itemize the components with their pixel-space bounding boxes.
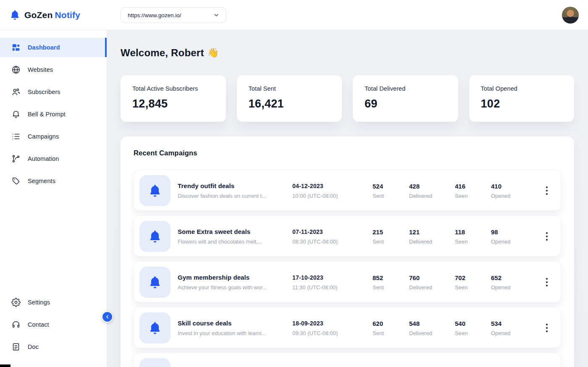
stat-label: Total Delivered [365,85,450,92]
campaign-row[interactable]: Trendy outfit deals Discover fashion dea… [134,170,561,211]
campaign-description: Invest in your education with learni... [178,330,292,336]
sidebar-item-label: Dashboard [28,44,60,51]
page-title: Welcome, Robert 👋 [121,47,574,59]
selected-website-url: https://www.gozen.io/ [128,12,181,18]
campaign-stat-opened: 98 Opened [491,228,542,245]
stat-label: Total Sent [249,85,334,92]
campaign-row[interactable]: Skill course deals Invest in your educat… [134,307,561,348]
list-icon [11,132,21,141]
bell-logo-icon [9,9,21,21]
sidebar-item-label: Contact [28,321,49,328]
app-logo: GoZenNotify [0,9,107,21]
stat-card: Total Active Subscribers 12,845 [121,75,226,122]
top-header: GoZenNotify https://www.gozen.io/ [0,0,588,30]
campaign-time: 10:00 (UTC-08:00) [292,193,373,199]
campaign-date: 18-09-2023 [292,320,373,327]
brand-name-primary: GoZen [24,10,53,20]
row-menu-kebab-icon[interactable] [543,184,550,197]
campaign-row[interactable]: Gym membership deals Achieve your fitnes… [134,261,561,302]
campaign-date: 07-11-2023 [292,228,373,235]
website-url-selector[interactable]: https://www.gozen.io/ [121,7,226,23]
campaign-description: Flowers wilt and chocolates melt,... [178,239,292,245]
campaign-stat-opened: 652 Opened [491,274,542,291]
stat-value: 16,421 [249,97,334,110]
campaign-title: Skill course deals [178,320,292,327]
sidebar: Dashboard Websites Subscribers Bell & Pr… [0,30,107,367]
campaign-stat-delivered: 121 Delivered [409,228,455,245]
sidebar-item-websites[interactable]: Websites [0,60,107,79]
sidebar-item-dashboard[interactable]: Dashboard [0,38,107,57]
campaign-row[interactable]: Some Extra sweet deals Flowers wilt and … [134,215,561,257]
campaign-stat-sent: 852 Sent [373,274,409,291]
campaign-stat-delivered: 548 Delivered [409,320,455,336]
stat-card: Total Sent 16,421 [237,75,342,122]
campaign-time: 11:30 (UTC-08:00) [292,284,373,291]
screen-corner-artifact [0,364,10,367]
campaign-stat-sent: 524 Sent [373,183,409,199]
campaign-icon-tile [139,358,171,367]
bell-icon [148,229,162,244]
main-content: Welcome, Robert 👋 Total Active Subscribe… [107,30,588,367]
campaign-description: Discover fashion deals on current t... [178,193,292,199]
sidebar-item-automation[interactable]: Automation [0,149,107,168]
campaign-stat-sent: 215 Sent [373,228,409,245]
stat-card: Total Opened 102 [469,75,575,122]
sidebar-collapse-button[interactable] [102,311,113,322]
headphones-icon [11,320,21,329]
campaign-stat-sent: 243 Sent [373,366,409,367]
row-menu-kebab-icon[interactable] [543,230,550,243]
chevron-down-icon [213,12,220,18]
bell-outline-icon [11,110,21,119]
campaign-stat-sent: 620 Sent [373,320,409,336]
stat-value: 69 [365,97,450,110]
brand-name-secondary: Notify [55,10,81,20]
app-screen: GoZenNotify https://www.gozen.io/ Dashbo… [0,0,588,367]
brand-name: GoZenNotify [24,10,80,20]
campaign-stat-seen: 540 Seen [455,320,491,336]
campaign-date: 17-10-2023 [292,274,373,281]
sidebar-item-settings[interactable]: Settings [0,293,107,312]
sidebar-item-contact[interactable]: Contact [0,315,107,334]
dashboard-icon [11,43,21,52]
campaign-stat-opened: 132 Opened [491,366,542,367]
bell-icon [148,275,162,289]
doc-icon [11,342,21,351]
sidebar-item-campaigns[interactable]: Campaigns [0,127,107,146]
row-menu-kebab-icon[interactable] [543,275,550,289]
campaign-title: Trendy outfit deals [178,182,292,189]
stat-value: 12,845 [132,97,218,110]
user-avatar[interactable] [562,7,579,24]
users-icon [11,87,21,97]
stats-row: Total Active Subscribers 12,845 Total Se… [121,75,574,122]
wave-emoji: 👋 [207,47,219,58]
campaign-date: 04-12-2023 [292,183,373,189]
tag-icon [11,176,21,186]
campaign-stat-seen: 416 Seen [455,183,491,199]
sidebar-item-segments[interactable]: Segments [0,171,107,191]
sidebar-item-label: Automation [28,155,59,162]
row-menu-kebab-icon[interactable] [543,321,550,335]
sidebar-item-label: Subscribers [28,89,60,95]
branch-icon [11,154,21,163]
sidebar-item-label: Settings [28,299,50,306]
campaign-description: Achieve your fitness goals with wor... [178,284,292,291]
sidebar-item-subscribers[interactable]: Subscribers [0,82,107,102]
campaign-time: 08:30 (UTC-08:00) [292,239,373,245]
bell-icon [148,184,162,198]
sidebar-item-label: Websites [28,66,53,73]
stat-label: Total Opened [481,85,566,92]
sidebar-footer-nav: Settings Contact Doc [0,293,107,359]
campaign-stat-seen: 200 Seen [455,366,491,367]
stat-value: 102 [481,97,566,110]
campaign-title: Some Extra sweet deals [178,228,292,235]
sidebar-item-label: Segments [28,178,55,184]
campaign-stat-opened: 534 Opened [491,320,542,336]
globe-icon [11,65,21,74]
sidebar-item-doc[interactable]: Doc [0,337,107,357]
campaign-icon-tile [139,267,171,298]
campaign-stat-delivered: 760 Delivered [409,274,455,291]
campaign-row[interactable]: Flash deals on electronics 20-07-2023 24… [134,353,561,367]
stat-label: Total Active Subscribers [132,85,218,92]
campaign-stat-seen: 702 Seen [455,274,491,291]
sidebar-item-bell-prompt[interactable]: Bell & Prompt [0,105,107,124]
